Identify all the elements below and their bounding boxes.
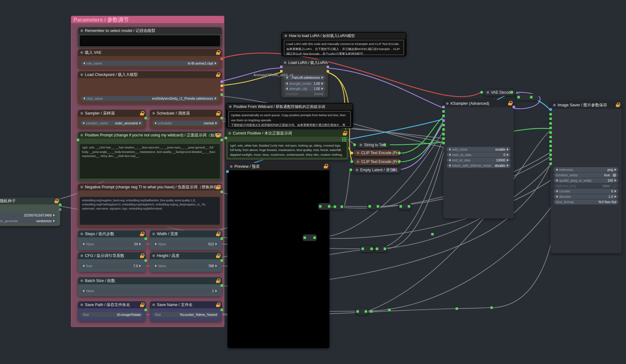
ckpt-name-widget[interactable]: ckpt_name eroDeity\eroDeity_r1_Prende.sa… (81, 96, 219, 101)
increment-arrow-icon[interactable] (215, 97, 216, 100)
height-value-widget[interactable]: Value 768 (152, 263, 219, 268)
increment-arrow-icon[interactable] (215, 265, 217, 267)
node-title-bar[interactable]: Scheduler / 调度器 (150, 110, 222, 117)
decrement-arrow-icon[interactable] (155, 243, 156, 245)
increment-arrow-icon[interactable] (139, 243, 141, 245)
height-output-slot[interactable] (220, 259, 223, 262)
decrement-arrow-icon[interactable] (449, 154, 450, 156)
vae-output-slot[interactable] (220, 89, 223, 91)
increment-arrow-icon[interactable] (139, 265, 141, 267)
negative-prompt-textarea[interactable]: embedding:neg\negative_hand-neg, embeddi… (80, 197, 220, 225)
conditioning-output-dot[interactable] (398, 152, 401, 154)
clip-input-dot[interactable] (350, 160, 353, 163)
lock-icon[interactable] (216, 185, 220, 189)
save-name-text-widget[interactable]: Text %counter_%time_%seed (152, 312, 219, 317)
height-node[interactable]: Height / 高度 Value 768 (150, 252, 222, 272)
cfg-output-slot[interactable] (144, 259, 147, 262)
node-title-bar[interactable]: CFG / 提示词引导系数 (78, 252, 146, 259)
input-dot[interactable] (353, 143, 356, 146)
increment-arrow-icon[interactable] (615, 190, 616, 192)
input-slot[interactable] (549, 158, 552, 160)
model-output-slot[interactable] (327, 66, 329, 68)
reroute-output-slot[interactable] (377, 205, 379, 208)
decrement-arrow-icon[interactable] (449, 164, 450, 167)
node-title-bar[interactable]: Save Path / 保存文件夹名 (78, 301, 146, 308)
input-dot[interactable] (349, 168, 352, 171)
image-saver-node[interactable]: Image Saver / 图片参数保存 extension png lossl… (551, 101, 622, 253)
reroute-node[interactable] (318, 203, 331, 210)
lora-note-node[interactable]: How to load LoRA / 如何载入LoRA模型 Load LoRA … (281, 32, 406, 56)
increment-arrow-icon[interactable] (507, 154, 508, 156)
input-slot[interactable] (442, 137, 445, 140)
lock-icon[interactable] (216, 303, 220, 307)
load-checkpoint-node[interactable]: Load Checkpoint / 载入大模型 ckpt_name eroDei… (78, 71, 222, 104)
queue-grid-icon[interactable] (342, 137, 347, 142)
decrement-arrow-icon[interactable] (556, 195, 558, 198)
save-path-output-slot[interactable] (144, 309, 147, 311)
current-positive-node[interactable]: Current Positive / 本次正面提示词 1girl, solo, … (226, 130, 348, 160)
ksampler-advanced-node[interactable]: KSampler (Advanced) add_noise enable sta… (444, 100, 514, 218)
node-title-bar[interactable]: Negative Prompt (change neg TI to what y… (78, 184, 222, 191)
reroute-output-slot[interactable] (408, 205, 410, 208)
reroute-output-slot[interactable] (530, 96, 533, 98)
reroute-node[interactable] (399, 203, 411, 210)
image-output-dot[interactable] (510, 91, 513, 94)
reroute-output-slot[interactable] (328, 205, 330, 208)
load-lora-node[interactable]: Load LoRA / 载入LoRA模型 PanLeft.safetensors… (281, 60, 328, 97)
node-title-bar[interactable]: KSampler (Advanced) (444, 100, 514, 107)
node-title-bar[interactable]: Save Name / 文件名 (150, 301, 222, 308)
width-node[interactable]: Width / 宽度 Value 512 (150, 230, 222, 250)
steps-value-widget[interactable]: Value 24 (80, 242, 143, 247)
save-path-node[interactable]: Save Path / 保存文件夹名 Text t2i-image\%date (78, 301, 146, 321)
toggle-off-icon[interactable] (613, 184, 616, 188)
start-at-step-widget[interactable]: start_at_step 0 (447, 152, 511, 157)
reroute-input-slot[interactable] (361, 248, 364, 250)
scheduler-output-slot[interactable] (220, 117, 223, 119)
lock-icon[interactable] (140, 303, 144, 307)
node-title-bar[interactable]: Remember to select model / 记得选模型 (78, 27, 222, 34)
node-title-bar[interactable]: Height / 高度 (150, 252, 222, 259)
reroute-node[interactable] (333, 204, 344, 210)
save-path-text-widget[interactable]: Text t2i-image\%date (80, 312, 143, 317)
steps-output-slot[interactable] (144, 237, 147, 240)
clip-output-slot[interactable] (220, 85, 223, 87)
decrement-arrow-icon[interactable] (449, 148, 450, 151)
reroute-input-slot[interactable] (368, 205, 371, 208)
input-slot[interactable] (442, 115, 445, 117)
scheduler-widget[interactable]: scheduler normal (152, 121, 219, 126)
strength-model-widget[interactable]: strength_model 1.00 (284, 81, 325, 86)
decrement-arrow-icon[interactable] (286, 82, 288, 85)
increment-arrow-icon[interactable] (215, 122, 217, 124)
lock-icon[interactable] (140, 254, 144, 258)
increment-arrow-icon[interactable] (507, 159, 508, 161)
input-slot[interactable] (549, 127, 552, 129)
lock-icon[interactable] (508, 101, 512, 105)
reroute-output-slot[interactable] (313, 236, 316, 239)
example-widget[interactable]: example [none] (284, 91, 325, 96)
clip-input-dot[interactable] (350, 152, 353, 154)
lock-icon[interactable] (216, 232, 220, 236)
model-output-slot[interactable] (220, 80, 223, 83)
add-noise-widget[interactable]: add_noise enable (447, 147, 511, 152)
reroute-input-slot[interactable] (319, 205, 322, 208)
model-input-slot[interactable] (280, 66, 283, 68)
reroute-node[interactable] (361, 245, 374, 252)
input-dot[interactable] (480, 91, 483, 94)
reroute-node[interactable] (516, 94, 539, 101)
link-dot[interactable] (490, 306, 493, 309)
save-name-output-slot[interactable] (220, 309, 223, 311)
decrement-arrow-icon[interactable] (83, 62, 85, 65)
node-title-bar[interactable]: Steps / 迭代步数 (78, 230, 146, 237)
reroute-node[interactable] (367, 203, 380, 210)
increment-arrow-icon[interactable] (507, 148, 508, 151)
input-slot[interactable] (442, 142, 445, 144)
lock-icon[interactable] (216, 50, 220, 55)
increment-arrow-icon[interactable] (615, 179, 616, 182)
steps-node[interactable]: Steps / 迭代步数 Value 24 (78, 230, 146, 250)
increment-arrow-icon[interactable] (53, 220, 55, 222)
decrement-arrow-icon[interactable] (83, 122, 84, 124)
lora-note-textbox[interactable]: Load LoRA with this node and manually co… (284, 40, 404, 55)
node-title-bar[interactable]: Load Checkpoint / 载入大模型 (78, 71, 222, 78)
input-slot[interactable] (442, 124, 445, 126)
seed-output-slot-2[interactable] (59, 208, 61, 211)
